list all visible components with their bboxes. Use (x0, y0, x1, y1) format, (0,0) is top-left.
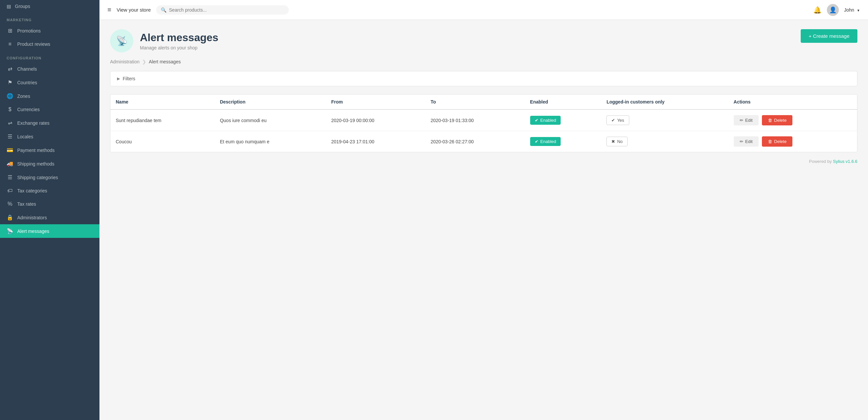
sidebar-item-shipping-methods[interactable]: 🚚 Shipping methods (0, 157, 99, 171)
page-icon: 📡 (110, 29, 133, 53)
enabled-badge: ✔ Enabled (530, 137, 561, 146)
cell-from: 2019-04-23 17:01:00 (326, 131, 425, 152)
sidebar-item-channels[interactable]: ⇄ Channels (0, 62, 99, 76)
sidebar-item-label: Payment methods (17, 148, 55, 153)
logged-in-icon: ✖ (611, 139, 615, 144)
exchange-rates-icon: ⇌ (7, 120, 13, 126)
delete-button[interactable]: 🗑 Delete (762, 115, 793, 125)
sylius-link[interactable]: Sylius v1.6.6 (833, 159, 858, 164)
sidebar-item-label: Tax categories (17, 188, 47, 193)
sidebar-item-shipping-categories[interactable]: ☰ Shipping categories (0, 171, 99, 184)
sidebar-item-label: Exchange rates (17, 120, 50, 126)
enabled-badge: ✔ Enabled (530, 116, 561, 125)
logged-in-badge: ✖ No (607, 137, 628, 146)
cell-name: Sunt repudiandae tem (111, 110, 215, 131)
sidebar-item-zones[interactable]: 🌐 Zones (0, 89, 99, 103)
sidebar-item-tax-categories[interactable]: 🏷 Tax categories (0, 184, 99, 198)
edit-icon: ✏ (740, 139, 743, 144)
cell-actions: ✏ Edit 🗑 Delete (728, 131, 857, 152)
edit-button[interactable]: ✏ Edit (734, 115, 758, 125)
col-logged-in: Logged-in customers only (601, 94, 728, 110)
edit-button[interactable]: ✏ Edit (734, 137, 758, 147)
alert-messages-icon: 📡 (7, 228, 13, 234)
sidebar-item-label: Shipping categories (17, 175, 58, 180)
enabled-check-icon: ✔ (535, 118, 538, 123)
sidebar-item-label: Zones (17, 94, 30, 99)
sidebar-item-label: Tax rates (17, 201, 36, 207)
breadcrumb: Administration ❯ Alert messages (110, 59, 858, 64)
sidebar-item-label: Product reviews (17, 41, 51, 47)
sidebar-item-label: Promotions (17, 28, 41, 33)
avatar-icon: 👤 (829, 6, 837, 13)
sidebar-item-promotions[interactable]: ⊞ Promotions (0, 24, 99, 37)
view-store-link[interactable]: View your store (117, 7, 151, 12)
alert-messages-table: Name Description From To Enabled Logged-… (110, 94, 858, 152)
sidebar-item-product-reviews[interactable]: ≡ Product reviews (0, 37, 99, 51)
edit-icon: ✏ (740, 118, 743, 123)
username-text: John (844, 7, 854, 12)
filters-arrow-icon: ▶ (117, 76, 120, 81)
cell-actions: ✏ Edit 🗑 Delete (728, 110, 857, 131)
cell-logged-in: ✔ Yes (601, 110, 728, 131)
sidebar-item-label: Currencies (17, 107, 40, 112)
col-from: From (326, 94, 425, 110)
sidebar-item-groups[interactable]: ▤ Groups (0, 0, 99, 12)
main-area: ≡ View your store 🔍 🔔 👤 John ▼ 📡 (99, 0, 868, 420)
col-enabled: Enabled (525, 94, 601, 110)
delete-button[interactable]: 🗑 Delete (762, 137, 793, 147)
sidebar-item-currencies[interactable]: $ Currencies (0, 103, 99, 116)
breadcrumb-current: Alert messages (149, 59, 181, 64)
sidebar-item-countries[interactable]: ⚑ Countries (0, 76, 99, 89)
search-input[interactable] (169, 7, 284, 12)
sidebar-item-label: Countries (17, 80, 37, 85)
page-title: Alert messages (140, 31, 218, 44)
product-reviews-icon: ≡ (7, 41, 13, 47)
search-icon: 🔍 (161, 7, 166, 12)
delete-icon: 🗑 (768, 118, 772, 123)
currencies-icon: $ (7, 107, 13, 113)
sidebar: ▤ Groups MARKETING ⊞ Promotions ≡ Produc… (0, 0, 99, 420)
tax-rates-icon: % (7, 201, 13, 207)
sidebar-item-administrators[interactable]: 🔒 Administrators (0, 211, 99, 224)
breadcrumb-separator: ❯ (142, 59, 146, 64)
cell-logged-in: ✖ No (601, 131, 728, 152)
shipping-methods-icon: 🚚 (7, 160, 13, 167)
tax-categories-icon: 🏷 (7, 188, 13, 194)
sidebar-item-tax-rates[interactable]: % Tax rates (0, 198, 99, 211)
alert-messages-page-icon: 📡 (116, 35, 128, 47)
col-to: To (425, 94, 525, 110)
cell-enabled: ✔ Enabled (525, 110, 601, 131)
sidebar-item-locales[interactable]: ☰ Locales (0, 130, 99, 143)
zones-icon: 🌐 (7, 93, 13, 99)
notification-bell-icon[interactable]: 🔔 (813, 6, 822, 14)
shipping-categories-icon: ☰ (7, 174, 13, 180)
sidebar-item-label: Administrators (17, 215, 47, 220)
cell-description: Et eum quo numquam e (215, 131, 326, 152)
hamburger-button[interactable]: ≡ (107, 6, 112, 13)
groups-icon: ▤ (7, 4, 11, 9)
payment-methods-icon: 💳 (7, 147, 13, 153)
col-name: Name (111, 94, 215, 110)
delete-icon: 🗑 (768, 139, 772, 144)
table-row: Sunt repudiandae tem Quos iure commodi e… (111, 110, 857, 131)
create-message-button[interactable]: + Create message (801, 29, 858, 43)
sidebar-item-payment-methods[interactable]: 💳 Payment methods (0, 143, 99, 157)
sidebar-item-label: Shipping methods (17, 161, 54, 167)
sidebar-item-alert-messages[interactable]: 📡 Alert messages (0, 224, 99, 238)
sidebar-item-exchange-rates[interactable]: ⇌ Exchange rates (0, 116, 99, 130)
sidebar-item-label: Alert messages (17, 229, 49, 234)
powered-by-text: Powered by (809, 159, 833, 164)
username-label[interactable]: John ▼ (844, 7, 860, 12)
filters-panel[interactable]: ▶ Filters (110, 71, 858, 86)
cell-to: 2020-03-19 01:33:00 (425, 110, 525, 131)
breadcrumb-admin[interactable]: Administration (110, 59, 140, 64)
col-description: Description (215, 94, 326, 110)
cell-enabled: ✔ Enabled (525, 131, 601, 152)
sidebar-item-label: Channels (17, 66, 37, 72)
avatar: 👤 (827, 4, 839, 16)
logged-in-badge: ✔ Yes (607, 116, 629, 125)
channels-icon: ⇄ (7, 66, 13, 72)
cell-description: Quos iure commodi eu (215, 110, 326, 131)
col-actions: Actions (728, 94, 857, 110)
cell-to: 2020-03-26 02:27:00 (425, 131, 525, 152)
